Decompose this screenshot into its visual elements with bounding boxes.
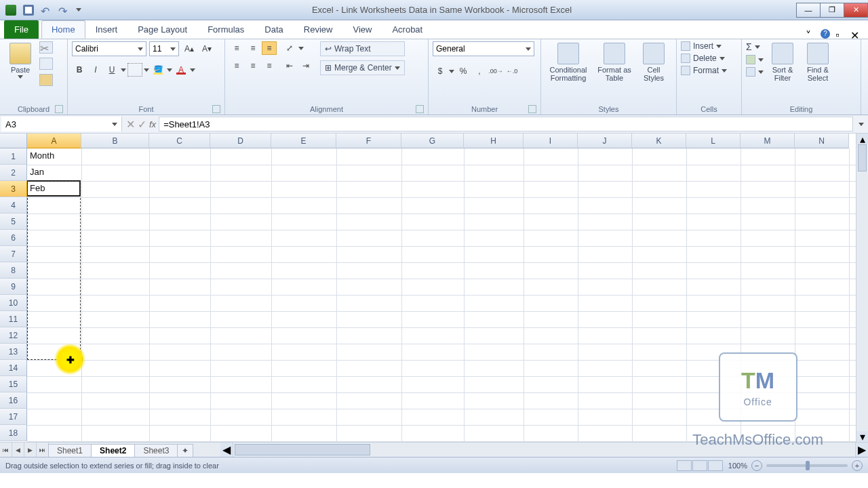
cells-area[interactable]: MonthJanFeb✚ [27, 148, 856, 442]
align-left-icon[interactable]: ≡ [229, 59, 244, 73]
alignment-launcher-icon[interactable] [416, 105, 424, 113]
wrap-text-button[interactable]: ↩Wrap Text [320, 41, 405, 56]
tab-home[interactable]: Home [41, 20, 85, 39]
column-header[interactable]: A [27, 134, 81, 148]
redo-icon[interactable]: ↷ [58, 5, 69, 16]
sheet-nav-prev-icon[interactable]: ◀ [12, 443, 24, 457]
font-name-combo[interactable]: Calibri [72, 41, 146, 56]
row-header[interactable]: 3 [0, 181, 27, 197]
column-headers[interactable]: ABCDEFGHIJKLMN [27, 134, 849, 148]
row-header[interactable]: 14 [0, 360, 27, 376]
horizontal-scrollbar[interactable]: ◀ ▶ [220, 443, 868, 457]
border-button[interactable] [127, 63, 142, 77]
tab-formulas[interactable]: Formulas [197, 20, 254, 39]
column-header[interactable]: B [81, 134, 149, 148]
hscroll-thumb[interactable] [235, 444, 370, 455]
sheet-nav-last-icon[interactable]: ⏭ [37, 443, 49, 457]
increase-indent-icon[interactable]: ⇥ [298, 59, 313, 73]
cancel-formula-icon[interactable]: ✕ [126, 118, 135, 131]
column-header[interactable]: E [271, 134, 336, 148]
zoom-level[interactable]: 100% [728, 462, 747, 470]
column-header[interactable]: C [149, 134, 210, 148]
row-header[interactable]: 5 [0, 214, 27, 230]
row-header[interactable]: 15 [0, 376, 27, 392]
align-middle-icon[interactable]: ≡ [245, 41, 260, 55]
tab-insert[interactable]: Insert [85, 20, 128, 39]
border-dropdown-icon[interactable] [144, 68, 149, 72]
underline-button[interactable]: U [104, 63, 119, 77]
column-header[interactable]: G [401, 134, 464, 148]
row-header[interactable]: 10 [0, 295, 27, 311]
spreadsheet-grid[interactable]: ABCDEFGHIJKLMN 1234567891011121314151617… [0, 134, 868, 442]
cell[interactable]: Month [27, 148, 81, 163]
column-header[interactable]: K [632, 134, 686, 148]
column-header[interactable]: N [795, 134, 849, 148]
decrease-decimal-icon[interactable]: ←.0 [505, 64, 519, 78]
expand-formula-bar-icon[interactable] [854, 115, 868, 133]
tab-view[interactable]: View [342, 20, 382, 39]
autosum-button[interactable]: Σ [746, 41, 764, 52]
cell[interactable]: Jan [27, 165, 81, 179]
font-color-button[interactable]: A [174, 63, 189, 77]
paste-button[interactable]: Paste [4, 41, 37, 80]
zoom-out-button[interactable]: − [751, 460, 762, 471]
align-right-icon[interactable]: ≡ [262, 59, 277, 73]
tab-data[interactable]: Data [254, 20, 293, 39]
row-header[interactable]: 2 [0, 165, 27, 181]
font-color-dropdown-icon[interactable] [190, 68, 195, 72]
increase-font-icon[interactable]: A▴ [182, 42, 197, 56]
delete-cells-button[interactable]: Delete [681, 54, 727, 63]
row-header[interactable]: 4 [0, 197, 27, 214]
window-restore-icon[interactable]: ▫ [835, 29, 845, 39]
cell-styles-button[interactable]: Cell Styles [637, 41, 670, 83]
page-break-view-button[interactable] [708, 460, 723, 471]
scroll-down-icon[interactable]: ▾ [856, 431, 868, 442]
row-headers[interactable]: 123456789101112131415161718 [0, 148, 27, 442]
fill-color-button[interactable]: 🪣 [151, 63, 165, 77]
increase-decimal-icon[interactable]: .00→ [488, 64, 503, 78]
tab-page-layout[interactable]: Page Layout [127, 20, 197, 39]
orientation-dropdown-icon[interactable] [298, 47, 304, 50]
fill-button[interactable] [746, 55, 764, 64]
qat-customize-icon[interactable] [76, 8, 81, 12]
conditional-formatting-button[interactable]: Conditional Formatting [545, 41, 591, 83]
sheet-tab[interactable]: Sheet2 [91, 444, 135, 457]
fill-color-dropdown-icon[interactable] [167, 68, 172, 72]
align-center-icon[interactable]: ≡ [245, 59, 260, 73]
sheet-nav-first-icon[interactable]: ⏮ [0, 443, 12, 457]
column-header[interactable]: D [210, 134, 271, 148]
column-header[interactable]: L [686, 134, 741, 148]
cut-icon[interactable]: ✂ [39, 41, 53, 54]
align-bottom-icon[interactable]: ≡ [262, 41, 277, 55]
undo-icon[interactable]: ↶ [41, 5, 52, 16]
tab-acrobat[interactable]: Acrobat [382, 20, 433, 39]
font-launcher-icon[interactable] [212, 105, 220, 113]
format-painter-icon[interactable] [39, 74, 53, 86]
fx-icon[interactable]: fx [149, 119, 156, 129]
select-all-corner[interactable] [0, 134, 27, 148]
clipboard-launcher-icon[interactable] [55, 105, 63, 113]
vertical-scrollbar[interactable]: ▴ ▾ [856, 134, 868, 442]
decrease-font-icon[interactable]: A▾ [199, 42, 214, 56]
sheet-tab[interactable]: Sheet3 [134, 444, 178, 457]
underline-dropdown-icon[interactable] [121, 68, 126, 72]
merge-center-button[interactable]: ⊞Merge & Center [320, 60, 405, 75]
scroll-up-icon[interactable]: ▴ [856, 134, 868, 144]
row-header[interactable]: 18 [0, 425, 27, 441]
sort-filter-button[interactable]: Sort & Filter [766, 41, 799, 83]
font-size-combo[interactable]: 11 [149, 41, 179, 56]
accounting-dropdown-icon[interactable] [449, 70, 454, 73]
help-icon[interactable]: ? [821, 29, 830, 39]
minimize-button[interactable]: — [796, 3, 821, 18]
accounting-format-button[interactable]: $ [433, 64, 448, 78]
scroll-right-icon[interactable]: ▶ [856, 443, 868, 457]
copy-icon[interactable] [39, 58, 53, 70]
format-cells-button[interactable]: Format [681, 66, 727, 75]
row-header[interactable]: 12 [0, 327, 27, 344]
close-button[interactable]: ✕ [844, 3, 868, 18]
column-header[interactable]: I [524, 134, 578, 148]
find-select-button[interactable]: Find & Select [802, 41, 834, 83]
number-format-combo[interactable]: General [433, 41, 534, 56]
tab-file[interactable]: File [4, 20, 39, 39]
zoom-slider[interactable] [766, 464, 848, 467]
